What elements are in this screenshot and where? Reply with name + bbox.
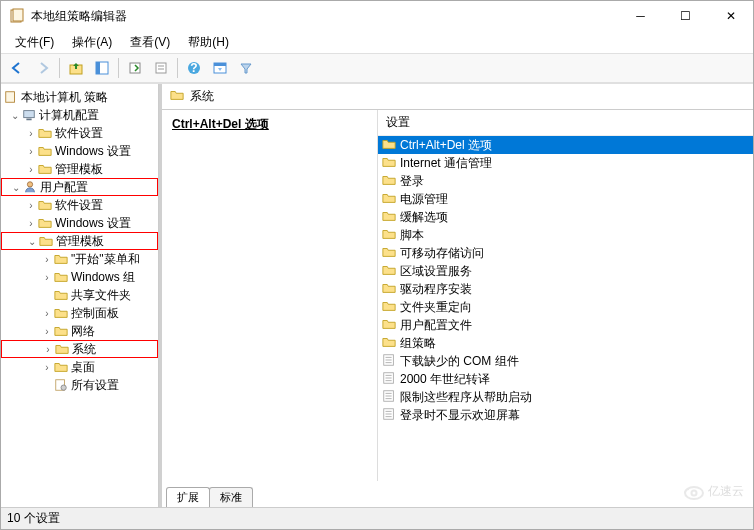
folder-icon [53, 251, 69, 267]
list-item[interactable]: 登录时不显示欢迎屏幕 [378, 406, 753, 424]
up-button[interactable] [64, 56, 88, 80]
list-item[interactable]: 文件夹重定向 [378, 298, 753, 316]
list-item[interactable]: Internet 通信管理 [378, 154, 753, 172]
folder-icon [37, 215, 53, 231]
close-button[interactable]: ✕ [708, 1, 753, 31]
export-list-button[interactable] [123, 56, 147, 80]
setting-icon [382, 407, 396, 424]
folder-icon [382, 191, 396, 208]
collapse-icon[interactable]: ⌄ [26, 236, 38, 247]
expand-icon[interactable]: › [41, 326, 53, 337]
tree-win-components[interactable]: › Windows 组 [1, 268, 158, 286]
expand-icon[interactable]: › [41, 272, 53, 283]
tree-root[interactable]: 本地计算机 策略 [1, 88, 158, 106]
folder-icon [37, 143, 53, 159]
tree-user-config[interactable]: ⌄ 用户配置 [1, 178, 158, 196]
tree-comp-software[interactable]: › 软件设置 [1, 124, 158, 142]
expand-icon[interactable]: › [25, 128, 37, 139]
forward-button[interactable] [31, 56, 55, 80]
tree-control-panel[interactable]: › 控制面板 [1, 304, 158, 322]
minimize-button[interactable]: ─ [618, 1, 663, 31]
folder-icon [382, 263, 396, 280]
list-item[interactable]: 组策略 [378, 334, 753, 352]
tree-desktop[interactable]: › 桌面 [1, 358, 158, 376]
list-item[interactable]: 脚本 [378, 226, 753, 244]
expand-icon[interactable]: › [41, 308, 53, 319]
tree-pane[interactable]: 本地计算机 策略 ⌄ 计算机配置 › 软件设置 › Windows 设置 › 管… [1, 84, 159, 507]
settings-list[interactable]: 设置 Ctrl+Alt+Del 选项 Internet 通信管理 登录 电源管理… [378, 110, 753, 481]
tree-user-windows[interactable]: › Windows 设置 [1, 214, 158, 232]
folder-icon [382, 317, 396, 334]
expand-icon[interactable]: › [25, 218, 37, 229]
maximize-button[interactable]: ☐ [663, 1, 708, 31]
content-pane: 系统 Ctrl+Alt+Del 选项 设置 Ctrl+Alt+Del 选项 In… [159, 84, 753, 507]
menu-file[interactable]: 文件(F) [7, 32, 62, 53]
svg-rect-6 [156, 63, 166, 73]
user-icon [22, 179, 38, 195]
tab-standard[interactable]: 标准 [209, 487, 253, 507]
tree-system[interactable]: › 系统 [1, 340, 158, 358]
folder-icon [53, 269, 69, 285]
list-item[interactable]: Ctrl+Alt+Del 选项 [378, 136, 753, 154]
menu-action[interactable]: 操作(A) [64, 32, 120, 53]
expand-icon[interactable]: › [25, 200, 37, 211]
folder-icon [37, 197, 53, 213]
list-item[interactable]: 区域设置服务 [378, 262, 753, 280]
back-button[interactable] [5, 56, 29, 80]
svg-rect-13 [6, 92, 15, 103]
list-item[interactable]: 限制这些程序从帮助启动 [378, 388, 753, 406]
expand-icon[interactable]: › [25, 164, 37, 175]
svg-rect-1 [13, 9, 23, 21]
toolbar: ? [1, 53, 753, 83]
menu-view[interactable]: 查看(V) [122, 32, 178, 53]
bottom-tabs: 扩展 标准 [162, 483, 753, 507]
tree-shared-folders[interactable]: 共享文件夹 [1, 286, 158, 304]
collapse-icon[interactable]: ⌄ [9, 110, 21, 121]
tree-all-settings[interactable]: 所有设置 [1, 376, 158, 394]
list-item[interactable]: 下载缺少的 COM 组件 [378, 352, 753, 370]
tree-comp-windows[interactable]: › Windows 设置 [1, 142, 158, 160]
folder-icon [37, 161, 53, 177]
menu-help[interactable]: 帮助(H) [180, 32, 237, 53]
folder-icon [382, 209, 396, 226]
filter-options-button[interactable] [208, 56, 232, 80]
status-text: 10 个设置 [7, 510, 60, 527]
column-header-settings[interactable]: 设置 [378, 110, 753, 136]
tree-computer-config[interactable]: ⌄ 计算机配置 [1, 106, 158, 124]
folder-icon [382, 299, 396, 316]
help-button[interactable]: ? [182, 56, 206, 80]
expand-icon[interactable]: › [41, 254, 53, 265]
svg-rect-4 [96, 62, 100, 74]
setting-icon [382, 353, 396, 370]
list-item[interactable]: 用户配置文件 [378, 316, 753, 334]
svg-point-16 [27, 182, 32, 187]
show-hide-tree-button[interactable] [90, 56, 114, 80]
app-icon [9, 8, 25, 24]
folder-icon [53, 287, 69, 303]
properties-button[interactable] [149, 56, 173, 80]
list-item[interactable]: 可移动存储访问 [378, 244, 753, 262]
filter-button[interactable] [234, 56, 258, 80]
tree-start-menu[interactable]: › "开始"菜单和 [1, 250, 158, 268]
expand-icon[interactable]: › [42, 344, 54, 355]
svg-rect-12 [214, 63, 226, 66]
list-item[interactable]: 驱动程序安装 [378, 280, 753, 298]
setting-icon [382, 371, 396, 388]
expand-icon[interactable]: › [25, 146, 37, 157]
tree-user-software[interactable]: › 软件设置 [1, 196, 158, 214]
list-item[interactable]: 登录 [378, 172, 753, 190]
detail-heading: Ctrl+Alt+Del 选项 [172, 116, 367, 133]
setting-icon [382, 389, 396, 406]
tree-user-templates[interactable]: ⌄ 管理模板 [1, 232, 158, 250]
folder-icon [170, 88, 184, 105]
list-item[interactable]: 2000 年世纪转译 [378, 370, 753, 388]
tree-comp-templates[interactable]: › 管理模板 [1, 160, 158, 178]
settings-icon [53, 377, 69, 393]
expand-icon[interactable]: › [41, 362, 53, 373]
status-bar: 10 个设置 [1, 507, 753, 529]
list-item[interactable]: 缓解选项 [378, 208, 753, 226]
tree-network[interactable]: › 网络 [1, 322, 158, 340]
list-item[interactable]: 电源管理 [378, 190, 753, 208]
tab-extended[interactable]: 扩展 [166, 487, 210, 507]
collapse-icon[interactable]: ⌄ [10, 182, 22, 193]
